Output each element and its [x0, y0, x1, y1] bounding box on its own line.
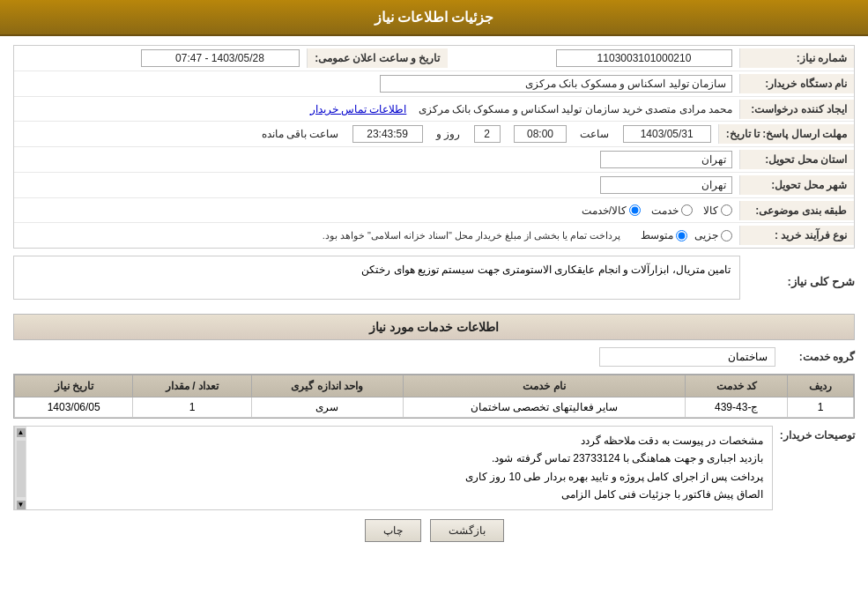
services-table: ردیف کد خدمت نام خدمت واحد اندازه گیری ت… — [14, 375, 854, 418]
mohlat-roz-label: روز و — [436, 128, 460, 140]
notes-label: توصیحات خریدار: — [780, 426, 855, 510]
tabaqe-kala-label: کالا — [703, 204, 718, 217]
cell-radif: 1 — [788, 397, 854, 418]
mohlat-roz: 2 — [474, 125, 501, 143]
notes-content: مشخصات در پیوست به دقت ملاحظه گرددبازدید… — [13, 426, 773, 510]
cell-tedad: 1 — [133, 397, 251, 418]
notes-line: پرداخت پس از اجرای کامل پروژه و تایید به… — [35, 468, 763, 486]
shomareNiaz-label: شماره نیاز: — [739, 48, 854, 68]
page-header: جزئیات اطلاعات نیاز — [0, 0, 868, 36]
shahr-value: تهران — [600, 176, 732, 194]
namDastgah-value: سازمان تولید اسکناس و مسکوک بانک مرکزی — [380, 75, 732, 93]
ostan-value: تهران — [600, 151, 732, 168]
geroheKhedmat-label: گروه خدمت: — [784, 351, 855, 363]
cell-kod: ج-43-439 — [686, 397, 788, 418]
print-button[interactable]: چاپ — [365, 519, 421, 542]
taarikh-value: 1403/05/28 - 07:47 — [141, 49, 300, 67]
cell-nam: سایر فعالیتهای تخصصی ساختمان — [403, 397, 686, 418]
ostan-label: استان محل تحویل: — [739, 150, 854, 169]
geroheKhedmat-value: ساختمان — [599, 347, 775, 367]
noeFarayand-jazee-label: جزیی — [694, 229, 718, 241]
notes-line: بازدید اجباری و جهت هماهنگی با 23733124 … — [35, 449, 763, 467]
taarikh-label: تاریخ و ساعت اعلان عمومی: — [307, 48, 448, 68]
mohlat-remaining: 23:43:59 — [352, 125, 423, 143]
mohlat-date: 1403/05/31 — [623, 125, 711, 143]
mohlat-label: مهلت ارسال پاسخ: تا تاریخ: — [718, 124, 854, 144]
services-table-container: ردیف کد خدمت نام خدمت واحد اندازه گیری ت… — [13, 374, 855, 419]
ijad-value: محمد مرادی متصدی خرید سازمان تولید اسکنا… — [419, 103, 732, 115]
geroheKhedmat-row: گروه خدمت: ساختمان — [13, 347, 855, 367]
col-tarikh: تاریخ نیاز — [15, 375, 133, 397]
ijad-label: ایجاد کننده درخواست: — [739, 100, 854, 119]
noeFarayand-note: پرداخت تمام یا بخشی از مبلغ خریدار محل "… — [323, 230, 621, 241]
col-radif: ردیف — [788, 375, 854, 397]
cell-tarikh: 1403/06/05 — [15, 397, 133, 418]
scrollbar[interactable]: ▲ ▼ — [14, 427, 26, 509]
mohlat-time-label: ساعت — [580, 128, 609, 140]
col-vahed: واحد اندازه گیری — [251, 375, 403, 397]
notes-line: مشخصات در پیوست به دقت ملاحظه گردد — [35, 432, 763, 449]
notes-section: توصیحات خریدار: مشخصات در پیوست به دقت م… — [13, 426, 855, 510]
sharh-label: شرح کلی نیاز: — [749, 275, 855, 288]
namDastgah-label: نام دستگاه خریدار: — [739, 74, 854, 93]
back-button[interactable]: بازگشت — [430, 519, 504, 542]
tabaqe-khedmat-label: خدمت — [651, 204, 679, 217]
tabaqe-label: طبقه بندی موضوعی: — [739, 201, 854, 220]
ijad-link[interactable]: اطلاعات تماس خریدار — [310, 103, 407, 115]
scroll-up[interactable]: ▲ — [17, 428, 26, 437]
shahr-label: شهر محل تحویل: — [739, 175, 854, 195]
sharh-value: تامین متریال، ابزارآلات و انجام عایقکاری… — [13, 256, 740, 300]
buttons-row: بازگشت چاپ — [13, 519, 855, 542]
table-row: 1 ج-43-439 سایر فعالیتهای تخصصی ساختمان … — [15, 397, 854, 418]
noeFarayand-label: نوع فرآیند خرید : — [739, 226, 854, 245]
radio-jazee[interactable]: جزیی — [694, 229, 732, 241]
mohlat-time: 08:00 — [514, 125, 567, 143]
notes-line: الصاق پیش فاکتور با جزئیات فنی کامل الزا… — [35, 486, 763, 503]
page-title: جزئیات اطلاعات نیاز — [375, 10, 494, 25]
cell-vahed: سری — [251, 397, 403, 418]
radio-kala-khedmat[interactable]: کالا/خدمت — [582, 204, 641, 217]
radio-kala[interactable]: کالا — [703, 204, 732, 217]
tabaqe-kala-khedmat-label: کالا/خدمت — [582, 204, 627, 217]
col-kod: کد خدمت — [686, 375, 788, 397]
col-nam: نام خدمت — [403, 375, 686, 397]
radio-motevaset[interactable]: متوسط — [641, 229, 687, 241]
col-tedad: تعداد / مقدار — [133, 375, 251, 397]
scroll-down[interactable]: ▼ — [17, 501, 26, 509]
shomareNiaz-value: 1103003101000210 — [556, 49, 732, 67]
mohlat-remaining-label: ساعت باقی مانده — [262, 128, 339, 140]
noeFarayand-motevaset-label: متوسط — [641, 229, 673, 241]
services-title: اطلاعات خدمات مورد نیاز — [13, 314, 855, 340]
radio-khedmat[interactable]: خدمت — [651, 204, 693, 217]
